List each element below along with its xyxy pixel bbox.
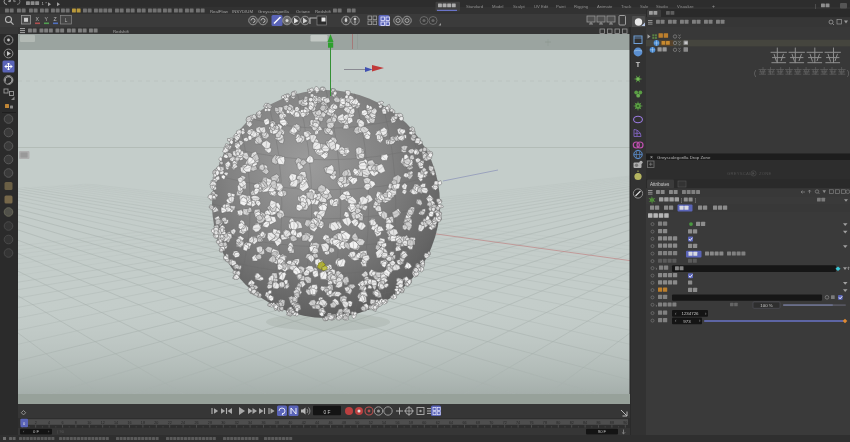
svg-text:72: 72 <box>503 421 507 425</box>
svg-text:64: 64 <box>449 421 453 425</box>
svg-text:82: 82 <box>570 421 574 425</box>
svg-text:62: 62 <box>436 421 440 425</box>
svg-text:1234726: 1234726 <box>681 311 699 316</box>
svg-text:Studio: Studio <box>656 4 669 9</box>
svg-text:60: 60 <box>422 421 426 425</box>
svg-text:52: 52 <box>369 421 373 425</box>
svg-text:T: T <box>636 60 641 69</box>
svg-text:Paint: Paint <box>556 4 566 9</box>
svg-text:70: 70 <box>489 421 493 425</box>
svg-text:26: 26 <box>194 421 198 425</box>
svg-text:48: 48 <box>342 421 346 425</box>
svg-text:14: 14 <box>114 421 118 425</box>
svg-text:2: 2 <box>35 421 37 425</box>
svg-text:42: 42 <box>302 421 306 425</box>
svg-text:68: 68 <box>476 421 480 425</box>
svg-text:74: 74 <box>516 421 520 425</box>
svg-text:INSYDIUM: INSYDIUM <box>232 9 253 14</box>
svg-text:Greyscalegorilla: Greyscalegorilla <box>258 9 289 14</box>
svg-text:( 90: ( 90 <box>57 429 65 434</box>
svg-text:38: 38 <box>275 421 279 425</box>
svg-text:84: 84 <box>583 421 587 425</box>
svg-text:76: 76 <box>529 421 533 425</box>
svg-text:40: 40 <box>288 421 292 425</box>
svg-text:Sale: Sale <box>640 4 649 9</box>
svg-text:8: 8 <box>75 421 77 425</box>
svg-text:12: 12 <box>101 421 105 425</box>
svg-text:Attributes: Attributes <box>650 182 670 187</box>
svg-text:×: × <box>650 154 653 160</box>
svg-text:Visualize: Visualize <box>677 4 694 9</box>
svg-text:66: 66 <box>462 421 466 425</box>
svg-text:+: + <box>712 3 715 9</box>
svg-text:88: 88 <box>610 421 614 425</box>
svg-text:54: 54 <box>382 421 386 425</box>
svg-text:100 %: 100 % <box>760 303 773 308</box>
svg-text:46: 46 <box>328 421 332 425</box>
svg-text:34: 34 <box>248 421 252 425</box>
svg-text:Rigging: Rigging <box>574 4 589 9</box>
svg-text:Sculpt: Sculpt <box>513 4 525 9</box>
svg-text:Redshift: Redshift <box>113 29 130 34</box>
svg-text:20: 20 <box>154 421 158 425</box>
svg-text:Animate: Animate <box>597 4 613 9</box>
svg-text:0 F: 0 F <box>33 429 39 434</box>
svg-text:ZONE: ZONE <box>759 171 771 176</box>
svg-text:0 F: 0 F <box>324 410 331 415</box>
svg-text:973: 973 <box>683 319 691 324</box>
svg-text:RealFlow: RealFlow <box>210 9 229 14</box>
svg-text:36: 36 <box>261 421 265 425</box>
svg-text:Greyscalegorilla Drop Zone: Greyscalegorilla Drop Zone <box>657 155 711 160</box>
svg-text:Track: Track <box>621 4 632 9</box>
svg-text:Standard: Standard <box>466 4 484 9</box>
svg-text:22: 22 <box>168 421 172 425</box>
svg-text:44: 44 <box>315 421 319 425</box>
svg-text:Model: Model <box>492 4 503 9</box>
svg-text:Octane: Octane <box>296 9 310 14</box>
svg-text:X: X <box>35 16 39 22</box>
svg-text:L: L <box>65 18 68 23</box>
svg-text:Redshift: Redshift <box>315 9 332 14</box>
svg-text:10: 10 <box>87 421 91 425</box>
svg-text:1 *: 1 * <box>42 1 48 6</box>
svg-text:28: 28 <box>208 421 212 425</box>
svg-text:30: 30 <box>221 421 225 425</box>
svg-text:4: 4 <box>48 421 50 425</box>
svg-text:32: 32 <box>235 421 239 425</box>
svg-text:6: 6 <box>61 421 63 425</box>
svg-text:Z: Z <box>54 16 57 22</box>
svg-text:58: 58 <box>409 421 413 425</box>
svg-text:80: 80 <box>556 421 560 425</box>
svg-text:UV Edit: UV Edit <box>534 4 549 9</box>
svg-text:]: ] <box>695 198 696 203</box>
svg-text:Y: Y <box>44 16 48 22</box>
svg-text:): ) <box>847 69 849 77</box>
svg-text:56: 56 <box>395 421 399 425</box>
svg-text:90 F: 90 F <box>598 429 607 434</box>
svg-text:GREYSCALE: GREYSCALE <box>727 171 754 176</box>
svg-text:16: 16 <box>127 421 131 425</box>
svg-text:90: 90 <box>623 421 627 425</box>
svg-text:78: 78 <box>543 421 547 425</box>
svg-text:18: 18 <box>141 421 145 425</box>
svg-text:86: 86 <box>596 421 600 425</box>
svg-text:|: | <box>815 3 816 9</box>
svg-text:24: 24 <box>181 421 185 425</box>
svg-text:50: 50 <box>355 421 359 425</box>
